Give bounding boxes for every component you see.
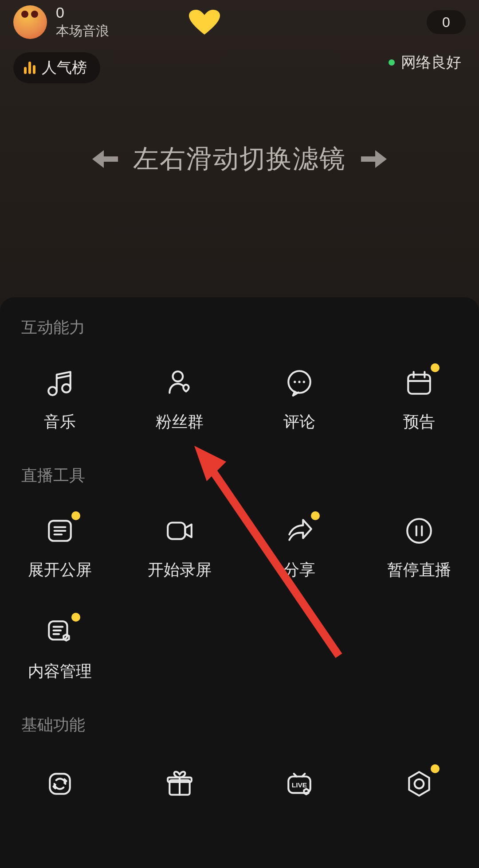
tile-schedule[interactable]: 预告 bbox=[359, 350, 479, 452]
tile-share[interactable]: 分享 bbox=[240, 498, 359, 599]
tile-start-record[interactable]: 开始录屏 bbox=[120, 498, 240, 599]
tile-content-management[interactable]: 内容管理 bbox=[0, 599, 120, 701]
wave-count: 0 bbox=[56, 4, 109, 21]
like-heart-icon[interactable] bbox=[189, 10, 220, 35]
svg-point-7 bbox=[298, 381, 300, 383]
popularity-label: 人气榜 bbox=[42, 58, 87, 78]
section-title-interact: 互动能力 bbox=[0, 317, 479, 339]
tile-label: 展开公屏 bbox=[28, 559, 92, 581]
tile-label: 暂停直播 bbox=[387, 559, 451, 581]
section-title-tools: 直播工具 bbox=[0, 465, 479, 487]
tile-fan-group[interactable]: 粉丝群 bbox=[120, 350, 240, 452]
svg-rect-22 bbox=[50, 774, 70, 794]
tile-label: 粉丝群 bbox=[156, 411, 204, 433]
content-icon bbox=[44, 616, 76, 648]
live-hud-top: 0 本场音浪 0 人气榜 网络良好 bbox=[0, 0, 479, 83]
bars-icon bbox=[24, 62, 35, 74]
swipe-hint-text: 左右滑动切换滤镜 bbox=[133, 142, 346, 176]
network-status: 网络良好 bbox=[389, 52, 461, 73]
flip-icon bbox=[44, 768, 76, 800]
comment-icon bbox=[283, 367, 315, 399]
streamer-avatar[interactable] bbox=[13, 5, 47, 39]
tile-music[interactable]: 音乐 bbox=[0, 350, 120, 452]
svg-rect-9 bbox=[408, 374, 430, 393]
list-icon bbox=[44, 515, 76, 547]
gear-icon bbox=[403, 768, 435, 800]
tile-label: 评论 bbox=[283, 411, 315, 433]
notification-dot bbox=[311, 511, 320, 520]
network-dot-icon bbox=[389, 59, 395, 66]
section-title-basic: 基础功能 bbox=[0, 714, 479, 736]
tile-basic-settings[interactable] bbox=[359, 751, 479, 800]
viewer-count-badge[interactable]: 0 bbox=[427, 10, 466, 34]
notification-dot bbox=[431, 363, 440, 372]
tile-comment[interactable]: 评论 bbox=[240, 350, 359, 452]
live-set-icon: LIVE bbox=[283, 768, 315, 800]
notification-dot bbox=[431, 764, 440, 773]
tile-gift[interactable] bbox=[120, 751, 240, 800]
svg-point-3 bbox=[62, 384, 71, 393]
tile-live-settings[interactable]: LIVE bbox=[240, 751, 359, 800]
fan-group-icon bbox=[164, 367, 196, 399]
svg-point-8 bbox=[303, 381, 305, 383]
notification-dot bbox=[71, 613, 80, 622]
camera-icon bbox=[164, 515, 196, 547]
tools-bottom-sheet[interactable]: 互动能力 音乐 粉丝群 评论 预告 直 bbox=[0, 297, 479, 868]
filter-swipe-hint: 左右滑动切换滤镜 bbox=[0, 142, 479, 176]
svg-point-6 bbox=[294, 381, 296, 383]
svg-point-2 bbox=[48, 387, 57, 395]
viewer-count-value: 0 bbox=[442, 14, 450, 31]
notification-dot bbox=[71, 511, 80, 520]
svg-rect-14 bbox=[168, 522, 185, 539]
svg-point-28 bbox=[415, 779, 424, 789]
tile-label: 分享 bbox=[283, 559, 315, 581]
tile-label: 音乐 bbox=[44, 411, 76, 433]
svg-text:LIVE: LIVE bbox=[292, 781, 307, 789]
svg-point-4 bbox=[173, 371, 183, 381]
tile-label: 开始录屏 bbox=[148, 559, 212, 581]
tile-pause-live[interactable]: 暂停直播 bbox=[359, 498, 479, 599]
tile-label: 内容管理 bbox=[28, 661, 92, 682]
popularity-rank-pill[interactable]: 人气榜 bbox=[13, 52, 100, 83]
network-label: 网络良好 bbox=[401, 52, 461, 73]
svg-point-15 bbox=[407, 519, 431, 543]
tile-label: 预告 bbox=[403, 411, 435, 433]
wave-label: 本场音浪 bbox=[56, 22, 109, 40]
tile-expand-screen[interactable]: 展开公屏 bbox=[0, 498, 120, 599]
pause-icon bbox=[403, 515, 435, 547]
music-icon bbox=[44, 367, 76, 399]
gift-icon bbox=[164, 768, 196, 800]
tile-flip-camera[interactable] bbox=[0, 751, 120, 800]
calendar-icon bbox=[403, 367, 435, 399]
arrow-left-icon bbox=[92, 150, 118, 168]
arrow-right-icon bbox=[361, 150, 387, 168]
share-icon bbox=[283, 515, 315, 547]
